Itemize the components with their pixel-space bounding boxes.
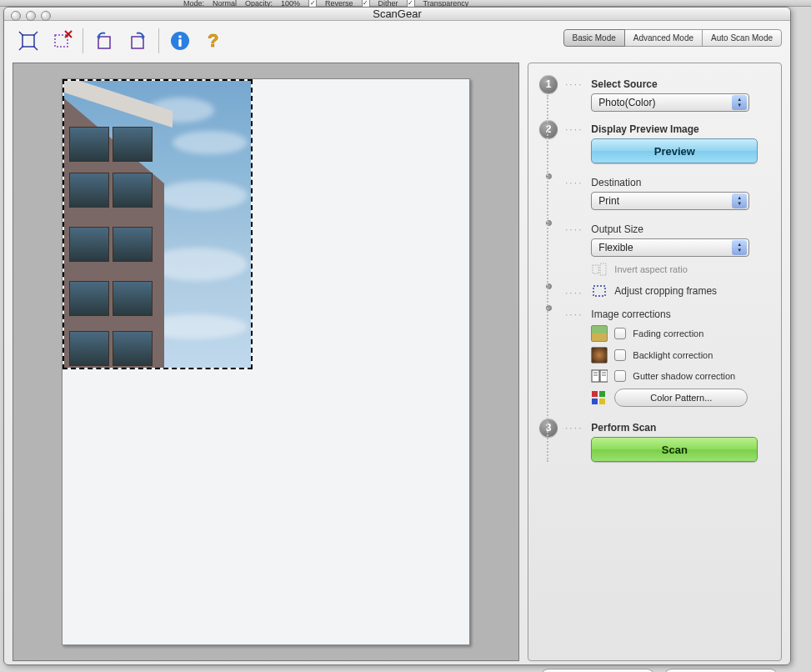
image-corrections-label: Image corrections [591,308,771,320]
info-button[interactable] [164,26,196,56]
auto-crop-button[interactable] [13,26,44,56]
rotate-left-icon [93,30,115,52]
mode-tabs: Basic Mode Advanced Mode Auto Scan Mode [564,29,782,47]
svg-rect-20 [600,370,608,382]
backlight-checkbox[interactable] [614,349,626,361]
backlight-thumb-icon [591,347,608,364]
settings-panel: 1 ···· Select Source Photo(Color) ▲▼ 2 ·… [528,63,782,661]
dropdown-arrows-icon: ▲▼ [732,240,747,255]
svg-rect-26 [599,391,605,397]
crop-frame[interactable] [63,79,253,369]
auto-crop-icon [18,30,39,52]
svg-point-13 [178,35,182,38]
fading-checkbox[interactable] [614,328,626,339]
rotate-right-icon [127,30,148,52]
preferences-button[interactable]: Preferences... [540,669,655,672]
select-source-dropdown[interactable]: Photo(Color) ▲▼ [591,93,749,112]
traffic-lights [11,11,51,21]
info-icon [169,30,191,52]
svg-rect-16 [593,265,598,273]
toolbar-separator [83,28,83,53]
toolbar-separator [158,28,159,53]
svg-text:?: ? [208,30,218,51]
destination-label: Destination [591,177,771,188]
background-app-toolbar: Mode: Normal Opacity: 100% ✓ Reverse ✓ D… [0,0,811,7]
destination-dropdown[interactable]: Print ▲▼ [591,192,749,210]
fading-thumb-icon [591,325,608,342]
step-3-badge: 3 [539,419,558,437]
preview-button[interactable]: Preview [591,138,758,163]
close-traffic-icon[interactable] [11,11,21,21]
remove-crop-button[interactable] [46,26,78,56]
svg-rect-27 [592,399,598,404]
adjust-crop-label: Adjust cropping frames [614,285,717,297]
backlight-label: Backlight correction [633,350,713,360]
output-size-dropdown[interactable]: Flexible ▲▼ [591,238,749,257]
tab-auto-scan-mode[interactable]: Auto Scan Mode [702,29,782,47]
gutter-icon [591,369,608,384]
gutter-label: Gutter shadow correction [633,371,735,381]
gutter-checkbox[interactable] [614,370,626,382]
svg-line-1 [19,32,23,36]
invert-aspect-label: Invert aspect ratio [614,264,687,274]
window-title: ScanGear [373,8,422,20]
svg-rect-10 [132,37,143,48]
toolbar: ? [13,26,229,56]
svg-rect-19 [592,370,599,382]
display-preview-label: Display Preview Image [591,123,771,135]
dropdown-arrows-icon: ▲▼ [732,193,747,208]
titlebar: ScanGear [4,8,790,21]
svg-rect-17 [600,263,606,275]
step-2-badge: 2 [539,120,558,138]
select-source-label: Select Source [591,78,771,90]
svg-rect-28 [599,399,605,404]
rotate-right-button[interactable] [122,26,153,56]
step-1-badge: 1 [539,75,558,93]
svg-rect-18 [593,286,605,296]
fading-label: Fading correction [633,328,703,339]
scan-button[interactable]: Scan [591,437,758,462]
scangear-window: ScanGear [3,7,791,665]
invert-aspect-icon [591,262,608,277]
output-size-label: Output Size [591,223,771,235]
color-pattern-button[interactable]: Color Pattern... [614,389,748,407]
preview-image [64,81,251,368]
select-source-value: Photo(Color) [598,97,655,108]
preview-area [13,63,519,661]
output-size-value: Flexible [598,242,633,253]
svg-line-2 [33,32,38,36]
svg-line-3 [19,46,23,50]
perform-scan-label: Perform Scan [591,422,771,434]
remove-crop-icon [51,30,73,52]
svg-rect-14 [178,39,181,47]
rotate-left-button[interactable] [88,26,120,56]
tab-advanced-mode[interactable]: Advanced Mode [624,29,703,47]
svg-rect-25 [592,391,598,397]
zoom-traffic-icon[interactable] [41,11,51,21]
scan-bed[interactable] [62,78,470,645]
close-button[interactable]: Close [663,669,778,672]
step-rail-line [547,95,548,462]
svg-line-4 [33,46,38,50]
footer-buttons: Preferences... Close [540,669,778,672]
help-icon: ? [204,30,223,52]
destination-value: Print [598,195,619,207]
help-button[interactable]: ? [198,26,229,56]
crop-frame-icon [591,283,608,298]
dropdown-arrows-icon: ▲▼ [732,95,747,110]
svg-rect-8 [98,37,110,48]
tab-basic-mode[interactable]: Basic Mode [563,29,625,47]
svg-rect-0 [23,35,34,47]
color-pattern-icon [591,390,608,405]
minimize-traffic-icon[interactable] [26,11,36,21]
